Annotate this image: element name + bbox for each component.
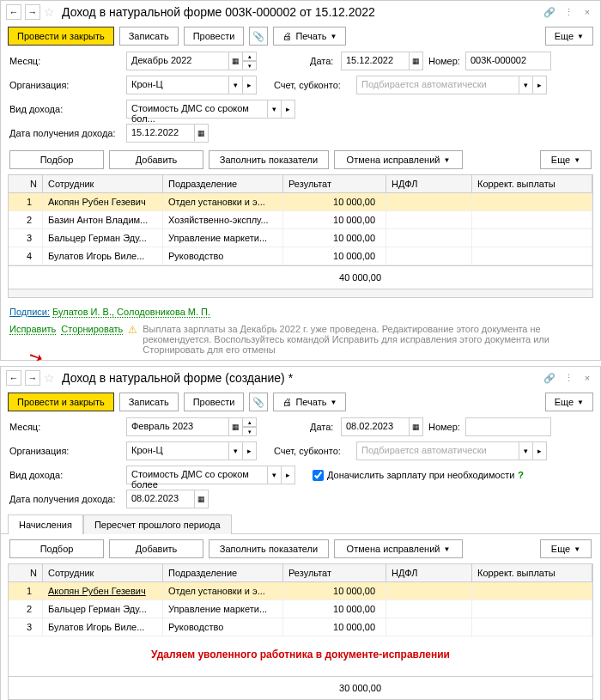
signatures-value[interactable]: Булатов И. В., Солодовникова М. П. <box>52 307 210 318</box>
cell-employee[interactable]: Бальцер Герман Эду... <box>43 229 163 247</box>
receive-calendar-button[interactable]: ▦ <box>195 124 209 143</box>
org-open-button[interactable]: ▸ <box>243 441 257 460</box>
account-select-button[interactable]: ▾ <box>519 441 533 460</box>
col-dep-header[interactable]: Подразделение <box>163 175 283 192</box>
col-dep-header[interactable]: Подразделение <box>163 564 283 581</box>
table-row[interactable]: 1Акопян Рубен ГезевичОтдел установки и э… <box>9 582 592 600</box>
add-button[interactable]: Добавить <box>109 150 203 169</box>
link-icon[interactable]: 🔗 <box>542 4 557 20</box>
help-icon[interactable]: ? <box>518 470 524 480</box>
more-icon[interactable]: ⋮ <box>561 4 576 20</box>
more-button[interactable]: Еще ▼ <box>545 393 593 411</box>
save-button[interactable]: Записать <box>119 27 179 46</box>
cancel-corrections-button[interactable]: Отмена исправлений ▼ <box>334 539 463 558</box>
select-button[interactable]: Подбор <box>9 150 104 169</box>
post-button[interactable]: Провести <box>184 393 245 411</box>
table-row[interactable]: 3Бальцер Герман Эду...Управление маркети… <box>9 229 592 247</box>
table-row[interactable]: 2Базин Антон Владим...Хозяйственно-экспл… <box>9 211 592 229</box>
org-select-button[interactable]: ▾ <box>229 441 243 460</box>
account-open-button[interactable]: ▸ <box>533 76 547 94</box>
table-row[interactable]: 4Булатов Игорь Виле...Руководство10 000,… <box>9 247 592 265</box>
save-button[interactable]: Записать <box>119 393 179 411</box>
nav-back-button[interactable]: ← <box>6 4 21 20</box>
month-input[interactable]: Февраль 2023 <box>126 417 229 436</box>
fill-button[interactable]: Заполнить показатели <box>209 150 329 169</box>
type-input[interactable]: Стоимость ДМС со сроком бол... <box>126 100 268 119</box>
nav-back-button[interactable]: ← <box>6 370 21 386</box>
org-select-button[interactable]: ▾ <box>229 76 243 94</box>
col-emp-header[interactable]: Сотрудник <box>43 175 163 192</box>
date-input[interactable]: 08.02.2023 <box>341 417 410 436</box>
favorite-icon[interactable]: ☆ <box>44 5 55 19</box>
month-up-button[interactable]: ▴ <box>243 52 257 61</box>
tab-calculations[interactable]: Начисления <box>8 514 83 534</box>
account-open-button[interactable]: ▸ <box>533 441 547 460</box>
receive-input[interactable]: 08.02.2023 <box>126 490 195 508</box>
cell-employee[interactable]: Базин Антон Владим... <box>43 211 163 228</box>
table-row[interactable]: 1Акопян Рубен ГезевичОтдел установки и э… <box>9 193 592 211</box>
attach-button[interactable]: 📎 <box>249 393 268 411</box>
table-more-button[interactable]: Еще ▼ <box>540 150 592 169</box>
fill-button[interactable]: Заполнить показатели <box>209 539 329 558</box>
type-select-button[interactable]: ▾ <box>268 466 282 484</box>
type-open-button[interactable]: ▸ <box>282 466 295 484</box>
org-open-button[interactable]: ▸ <box>243 76 257 94</box>
print-button[interactable]: 🖨 Печать ▼ <box>273 393 346 411</box>
print-button[interactable]: 🖨 Печать ▼ <box>273 27 346 46</box>
org-input[interactable]: Крон-Ц <box>126 441 229 460</box>
storno-link[interactable]: Сторнировать <box>61 324 123 335</box>
link-icon[interactable]: 🔗 <box>542 370 557 386</box>
table-more-button[interactable]: Еще ▼ <box>540 539 592 558</box>
add-button[interactable]: Добавить <box>109 539 203 558</box>
select-button[interactable]: Подбор <box>9 539 104 558</box>
cancel-corrections-button[interactable]: Отмена исправлений ▼ <box>334 150 463 169</box>
tab-recalculation[interactable]: Пересчет прошлого периода <box>83 514 232 534</box>
number-input[interactable]: 003К-000002 <box>465 52 551 70</box>
col-emp-header[interactable]: Сотрудник <box>43 564 163 581</box>
table-row[interactable]: 2Бальцер Герман Эду...Управление маркети… <box>9 600 592 618</box>
date-calendar-button[interactable]: ▦ <box>410 52 423 70</box>
col-n-header[interactable]: N <box>9 564 43 581</box>
more-icon[interactable]: ⋮ <box>561 370 576 386</box>
nav-forward-button[interactable]: → <box>25 4 40 20</box>
col-corr-header[interactable]: Коррект. выплаты <box>472 564 592 581</box>
month-calendar-button[interactable]: ▦ <box>229 417 243 436</box>
horizontal-scrollbar[interactable] <box>8 289 593 298</box>
account-input[interactable]: Подбирается автоматически <box>356 76 519 94</box>
receive-calendar-button[interactable]: ▦ <box>195 490 209 508</box>
col-res-header[interactable]: Результат <box>283 175 386 192</box>
type-input[interactable]: Стоимость ДМС со сроком более <box>126 466 268 484</box>
col-corr-header[interactable]: Коррект. выплаты <box>472 175 592 192</box>
more-button[interactable]: Еще ▼ <box>545 27 593 46</box>
table-row[interactable]: 3Булатов Игорь Виле...Руководство10 000,… <box>9 618 592 636</box>
cell-employee[interactable]: Акопян Рубен Гезевич <box>43 582 163 600</box>
type-select-button[interactable]: ▾ <box>268 100 282 119</box>
favorite-icon[interactable]: ☆ <box>44 371 55 385</box>
additional-checkbox[interactable] <box>313 470 324 481</box>
col-ndfl-header[interactable]: НДФЛ <box>386 564 472 581</box>
receive-input[interactable]: 15.12.2022 <box>126 124 195 143</box>
cell-employee[interactable]: Булатов Игорь Виле... <box>43 618 163 636</box>
correct-link[interactable]: Исправить <box>9 324 56 335</box>
attach-button[interactable]: 📎 <box>249 27 268 46</box>
month-input[interactable]: Декабрь 2022 <box>126 52 229 70</box>
post-and-close-button[interactable]: Провести и закрыть <box>8 393 114 411</box>
account-select-button[interactable]: ▾ <box>519 76 533 94</box>
month-down-button[interactable]: ▾ <box>243 61 257 70</box>
cell-employee[interactable]: Бальцер Герман Эду... <box>43 600 163 618</box>
nav-forward-button[interactable]: → <box>25 370 40 386</box>
date-input[interactable]: 15.12.2022 <box>341 52 410 70</box>
col-res-header[interactable]: Результат <box>283 564 386 581</box>
account-input[interactable]: Подбирается автоматически <box>356 441 519 460</box>
post-and-close-button[interactable]: Провести и закрыть <box>8 27 114 46</box>
month-up-button[interactable]: ▴ <box>243 417 257 427</box>
close-icon[interactable]: × <box>580 4 595 20</box>
col-n-header[interactable]: N <box>9 175 43 192</box>
org-input[interactable]: Крон-Ц <box>126 76 229 94</box>
month-calendar-button[interactable]: ▦ <box>229 52 243 70</box>
signatures-label[interactable]: Подписи: <box>9 307 50 317</box>
cell-employee[interactable]: Булатов Игорь Виле... <box>43 247 163 265</box>
month-down-button[interactable]: ▾ <box>243 427 257 436</box>
post-button[interactable]: Провести <box>184 27 245 46</box>
type-open-button[interactable]: ▸ <box>282 100 295 119</box>
